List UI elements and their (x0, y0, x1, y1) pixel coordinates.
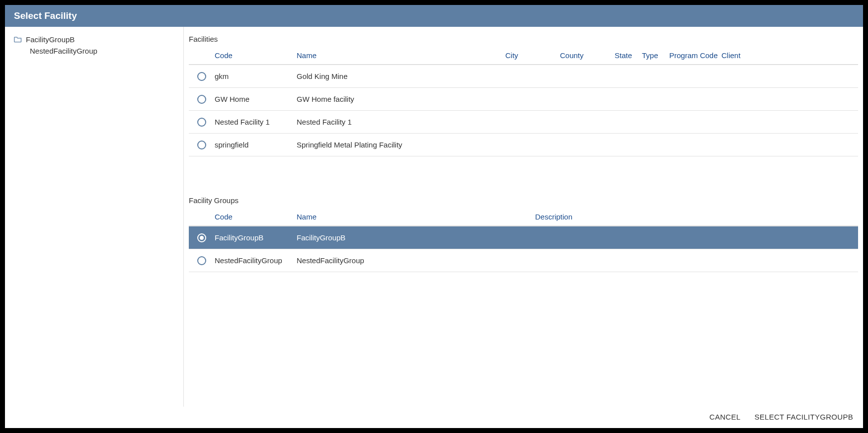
col-header-state[interactable]: State (615, 51, 642, 60)
facility-groups-section-title: Facility Groups (189, 196, 858, 205)
tree-item-label: FacilityGroupB (26, 35, 75, 44)
facilities-table: Code Name City County State Type Program… (189, 46, 858, 184)
table-row[interactable]: gkm Gold King Mine (189, 65, 858, 88)
dialog-footer: CANCEL SELECT FACILITYGROUPB (5, 407, 863, 428)
table-row[interactable]: Nested Facility 1 Nested Facility 1 (189, 111, 858, 134)
col-header-city[interactable]: City (505, 51, 560, 60)
cell-code: gkm (215, 72, 297, 80)
cell-name: Nested Facility 1 (297, 118, 505, 126)
cancel-button[interactable]: CANCEL (710, 413, 741, 421)
select-button[interactable]: SELECT FACILITYGROUPB (754, 413, 853, 421)
cell-code: springfield (215, 141, 297, 149)
cell-code: GW Home (215, 95, 297, 103)
tree-item-label: NestedFacilityGroup (30, 47, 97, 55)
cell-code: FacilityGroupB (215, 233, 297, 242)
tree-item-facilitygroupb[interactable]: FacilityGroupB (10, 34, 178, 45)
radio-icon[interactable] (197, 256, 206, 265)
cell-name: GW Home facility (297, 95, 505, 103)
cell-name: Gold King Mine (297, 72, 505, 80)
cell-name: Springfield Metal Plating Facility (297, 141, 505, 149)
col-header-name[interactable]: Name (297, 213, 535, 221)
facility-groups-table: Code Name Description FacilityGroupB Fac… (189, 208, 858, 346)
table-row[interactable]: springfield Springfield Metal Plating Fa… (189, 134, 858, 156)
facilities-section-title: Facilities (189, 35, 858, 43)
folder-icon (14, 36, 22, 43)
cell-name: FacilityGroupB (297, 233, 535, 242)
facility-groups-table-header: Code Name Description (189, 208, 858, 226)
col-header-program-code[interactable]: Program Code (669, 51, 721, 60)
col-header-name[interactable]: Name (297, 51, 505, 60)
facilities-table-header: Code Name City County State Type Program… (189, 46, 858, 65)
table-row[interactable]: GW Home GW Home facility (189, 88, 858, 111)
cell-code: Nested Facility 1 (215, 118, 297, 126)
radio-icon[interactable] (197, 72, 206, 81)
col-header-code[interactable]: Code (215, 213, 297, 221)
col-header-client[interactable]: Client (721, 51, 761, 60)
main-panel: Facilities Code Name City County State T… (184, 27, 863, 407)
col-header-code[interactable]: Code (215, 51, 297, 60)
radio-icon[interactable] (197, 95, 206, 104)
select-facility-dialog: Select Facility FacilityGroupB NestedFac… (5, 5, 863, 428)
facilities-scroll[interactable]: gkm Gold King Mine GW Home GW Home facil… (189, 65, 858, 184)
col-header-type[interactable]: Type (642, 51, 669, 60)
table-row[interactable]: FacilityGroupB FacilityGroupB (189, 226, 858, 249)
col-header-description[interactable]: Description (535, 213, 684, 221)
radio-icon[interactable] (197, 141, 206, 149)
tree-item-nestedfacilitygroup[interactable]: NestedFacilityGroup (10, 45, 178, 57)
col-header-county[interactable]: County (560, 51, 615, 60)
radio-icon[interactable] (197, 118, 206, 127)
dialog-title: Select Facility (5, 5, 863, 27)
cell-code: NestedFacilityGroup (215, 256, 297, 265)
facility-groups-scroll[interactable]: FacilityGroupB FacilityGroupB NestedFaci… (189, 226, 858, 346)
cell-name: NestedFacilityGroup (297, 256, 535, 265)
sidebar-tree: FacilityGroupB NestedFacilityGroup (5, 27, 184, 407)
radio-icon[interactable] (197, 233, 206, 242)
dialog-body: FacilityGroupB NestedFacilityGroup Facil… (5, 27, 863, 407)
table-row[interactable]: NestedFacilityGroup NestedFacilityGroup (189, 249, 858, 272)
